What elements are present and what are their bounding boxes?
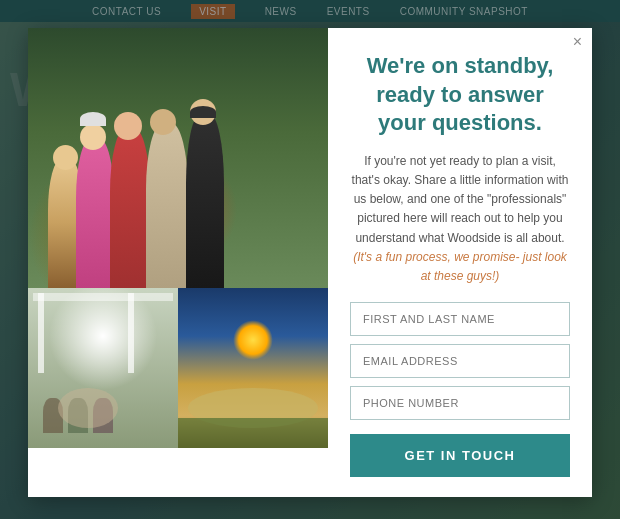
description-text: If you're not yet ready to plan a visit,… [352, 154, 569, 245]
group-photo [28, 28, 328, 288]
modal-dialog: × [28, 28, 592, 497]
patio-photo [28, 288, 178, 448]
golf-course-photo [178, 288, 328, 448]
image-panel [28, 28, 328, 497]
phone-input[interactable] [350, 386, 570, 420]
fun-text: (It's a fun process, we promise- just lo… [353, 250, 567, 283]
modal-description: If you're not yet ready to plan a visit,… [350, 152, 570, 286]
close-button[interactable]: × [573, 34, 582, 50]
content-panel: We're on standby, ready to answer your q… [328, 28, 592, 497]
cta-button[interactable]: GET IN TOUCH [350, 434, 570, 477]
email-input[interactable] [350, 344, 570, 378]
name-input[interactable] [350, 302, 570, 336]
bottom-images [28, 288, 328, 448]
modal-headline: We're on standby, ready to answer your q… [350, 52, 570, 138]
